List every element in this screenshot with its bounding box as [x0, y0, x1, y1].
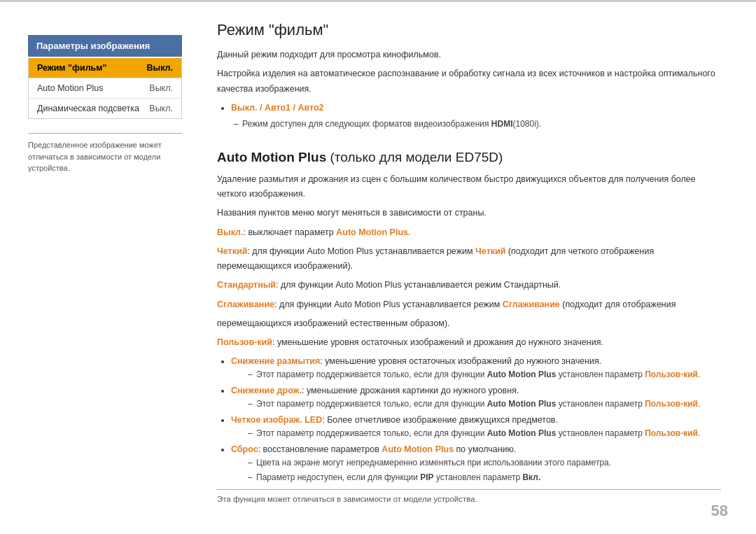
sidebar-item-value: Выкл. — [146, 63, 173, 73]
blur-dashes: Этот параметр поддерживается только, есл… — [248, 368, 721, 381]
sidebar-item-label: Динамическая подсветка — [37, 104, 139, 113]
auto-motion-smooth: Сглаживание: для функции Auto Motion Plu… — [217, 297, 721, 312]
sub-bullet-led: Четкое изображ. LED: Более отчетливое из… — [231, 413, 721, 440]
auto-motion-off: Выкл.: выключает параметр Auto Motion Pl… — [217, 225, 721, 240]
auto-motion-clear: Четкий: для функции Auto Motion Plus уст… — [217, 244, 721, 274]
main-content: Режим "фильм" Данный режим подходит для … — [217, 21, 728, 513]
sidebar-item-film[interactable]: Режим "фильм" Выкл. — [29, 58, 181, 78]
auto-motion-body: Удаление размытия и дрожания из сцен с б… — [217, 172, 721, 506]
sub-bullet-shake: Снижение дрож.: уменьшение дрожания карт… — [231, 384, 721, 410]
sidebar-item-auto-motion[interactable]: Auto Motion Plus Выкл. — [29, 78, 181, 99]
film-mode-body: Данный режим подходит для просмотра кино… — [217, 48, 721, 130]
film-mode-dash1: Режим доступен для следующих форматов ви… — [234, 118, 721, 130]
auto-motion-note: Эта функция может отличаться в зависимос… — [217, 489, 721, 505]
auto-motion-title: Auto Motion Plus (только для модели ED75… — [217, 150, 721, 165]
sidebar-note-text: Представленное изображение может отличат… — [28, 141, 162, 172]
auto-motion-custom: Пользов-кий: уменьшение уровня остаточны… — [217, 335, 721, 350]
sidebar-menu: Режим "фильм" Выкл. Auto Motion Plus Вык… — [28, 58, 182, 119]
section-auto-motion: Auto Motion Plus (только для модели ED75… — [217, 150, 721, 506]
sidebar-item-dynamic-backlight[interactable]: Динамическая подсветка Выкл. — [29, 99, 181, 118]
auto-motion-standard: Стандартный: для функции Auto Motion Plu… — [217, 278, 721, 293]
film-mode-para1: Данный режим подходит для просмотра кино… — [217, 48, 721, 62]
sidebar-item-value: Выкл. — [149, 104, 173, 113]
led-dashes: Этот параметр поддерживается только, есл… — [248, 427, 721, 440]
sidebar-item-label: Режим "фильм" — [37, 63, 106, 73]
auto-motion-sub-bullets: Снижение размытия: уменьшение уровня ост… — [231, 354, 721, 484]
shake-dashes: Этот параметр поддерживается только, есл… — [248, 398, 721, 410]
sub-bullet-reset: Сброс: восстановление параметров Auto Mo… — [231, 442, 721, 484]
reset-dashes: Цвета на экране могут непреднамеренно из… — [248, 456, 721, 484]
film-mode-bullet1: Выкл. / Авто1 / Авто2 — [231, 101, 721, 115]
shake-dash1: Этот параметр поддерживается только, есл… — [248, 398, 721, 410]
top-line — [0, 0, 756, 2]
sidebar-note: Представленное изображение может отличат… — [28, 133, 182, 174]
sidebar: Параметры изображения Режим "фильм" Выкл… — [28, 35, 182, 513]
film-mode-dashes: Режим доступен для следующих форматов ви… — [234, 118, 721, 130]
auto-motion-smooth2: перемещающихся изображений естественным … — [217, 316, 721, 331]
auto-motion-para1: Удаление размытия и дрожания из сцен с б… — [217, 172, 721, 202]
page-number: 58 — [711, 502, 728, 520]
sub-bullet-blur: Снижение размытия: уменьшение уровня ост… — [231, 354, 721, 381]
sidebar-item-label: Auto Motion Plus — [37, 83, 104, 93]
sidebar-item-value: Выкл. — [149, 83, 173, 93]
film-mode-title: Режим "фильм" — [217, 21, 721, 39]
blur-dash1: Этот параметр поддерживается только, есл… — [248, 368, 721, 381]
reset-dash2: Параметр недоступен, если для функции PI… — [248, 471, 721, 484]
auto-motion-para2: Названия пунктов меню могут меняться в з… — [217, 206, 721, 220]
reset-dash1: Цвета на экране могут непреднамеренно из… — [248, 456, 721, 469]
film-mode-para2: Настройка изделия на автоматическое расп… — [217, 66, 721, 97]
led-dash1: Этот параметр поддерживается только, есл… — [248, 427, 721, 440]
film-mode-bullets: Выкл. / Авто1 / Авто2 — [231, 101, 721, 115]
section-film-mode: Режим "фильм" Данный режим подходит для … — [217, 21, 721, 130]
sidebar-title: Параметры изображения — [28, 35, 182, 57]
